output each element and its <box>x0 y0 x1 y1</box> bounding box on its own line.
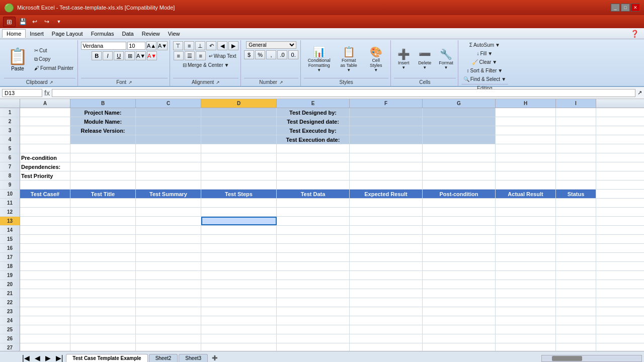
office-button[interactable]: ⊞ <box>3 17 16 27</box>
col-header-e[interactable]: E <box>277 99 350 108</box>
cell-e3[interactable]: Test Executed by: <box>277 126 350 135</box>
cell-f6[interactable] <box>350 153 423 162</box>
cell-c6[interactable] <box>136 153 201 162</box>
font-expand-icon[interactable]: ↗ <box>128 80 132 85</box>
cell-b19[interactable] <box>70 271 136 280</box>
cell-f11[interactable] <box>350 199 423 207</box>
tab-page-layout[interactable]: Page Layout <box>48 30 87 38</box>
currency-button[interactable]: $ <box>244 50 254 59</box>
text-direction-button[interactable]: ↶ <box>206 41 216 50</box>
cell-i14[interactable] <box>556 226 596 234</box>
sheet-nav-last[interactable]: ▶| <box>54 354 65 362</box>
cell-a22[interactable] <box>20 298 70 307</box>
cell-i12[interactable] <box>556 208 596 216</box>
font-color-button[interactable]: A▼ <box>147 51 157 60</box>
fill-button[interactable]: ↓ Fill ▼ <box>475 50 495 57</box>
cell-h2[interactable] <box>496 117 556 126</box>
cell-h5[interactable] <box>496 144 556 153</box>
cell-g12[interactable] <box>423 208 496 216</box>
cell-b11[interactable] <box>70 199 136 207</box>
cell-d6[interactable] <box>201 153 277 162</box>
cell-g17[interactable] <box>423 253 496 261</box>
cell-c13[interactable] <box>136 217 201 225</box>
col-header-i[interactable]: I <box>556 99 596 108</box>
delete-button[interactable]: ➖ Delete ▼ <box>415 47 434 71</box>
cell-i16[interactable] <box>556 244 596 252</box>
cell-h9[interactable] <box>496 180 556 189</box>
cell-c11[interactable] <box>136 199 201 207</box>
cell-a11[interactable] <box>20 199 70 207</box>
cell-b13[interactable] <box>70 217 136 225</box>
cell-h10[interactable]: Actual Result <box>496 190 556 198</box>
cell-d2[interactable] <box>201 117 277 126</box>
cell-b9[interactable] <box>70 180 136 189</box>
cell-h19[interactable] <box>496 271 556 280</box>
cell-f21[interactable] <box>350 289 423 298</box>
cell-d21[interactable] <box>201 289 277 298</box>
cell-e21[interactable] <box>277 289 350 298</box>
cell-b7[interactable] <box>70 162 136 171</box>
minimize-button[interactable]: _ <box>611 4 620 12</box>
cell-e4[interactable]: Test Execution date: <box>277 135 350 144</box>
customize-qa[interactable]: ▼ <box>54 17 64 27</box>
cell-f8[interactable] <box>350 171 423 180</box>
cell-e18[interactable] <box>277 262 350 270</box>
number-expand-icon[interactable]: ↗ <box>279 80 283 85</box>
cell-c16[interactable] <box>136 244 201 252</box>
cell-g2[interactable] <box>423 117 496 126</box>
cell-g9[interactable] <box>423 180 496 189</box>
cell-d17[interactable] <box>201 253 277 261</box>
cell-f14[interactable] <box>350 226 423 234</box>
cell-a4[interactable] <box>20 135 70 144</box>
tab-view[interactable]: View <box>164 30 184 38</box>
cell-i18[interactable] <box>556 262 596 270</box>
underline-button[interactable]: U <box>114 51 124 60</box>
font-size-input[interactable] <box>127 42 145 50</box>
cell-b15[interactable] <box>70 235 136 243</box>
cell-d18[interactable] <box>201 262 277 270</box>
cell-h6[interactable] <box>496 153 556 162</box>
sheet-nav-first[interactable]: |◀ <box>20 354 32 362</box>
conditional-formatting-button[interactable]: 📊 Conditional Formatting ▼ <box>304 44 334 74</box>
cell-e8[interactable] <box>277 171 350 180</box>
cell-g1[interactable] <box>423 108 496 117</box>
cell-g6[interactable] <box>423 153 496 162</box>
formula-input[interactable] <box>52 89 635 97</box>
bold-button[interactable]: B <box>92 51 102 60</box>
cell-f15[interactable] <box>350 235 423 243</box>
cell-f2[interactable] <box>350 117 423 126</box>
cell-d1[interactable] <box>201 108 277 117</box>
cell-d12[interactable] <box>201 208 277 216</box>
cell-b20[interactable] <box>70 280 136 289</box>
format-painter-button[interactable]: 🖌 Format Painter <box>32 64 75 72</box>
cell-a13[interactable] <box>20 217 70 225</box>
add-sheet-button[interactable]: ✚ <box>209 354 221 362</box>
sheet-nav-next[interactable]: ▶ <box>43 354 53 362</box>
cell-g4[interactable] <box>423 135 496 144</box>
cell-a6[interactable]: Pre-condition <box>20 153 70 162</box>
cell-f5[interactable] <box>350 144 423 153</box>
cell-styles-button[interactable]: 🎨 Cell Styles ▼ <box>363 44 388 74</box>
cell-h17[interactable] <box>496 253 556 261</box>
cell-i10[interactable]: Status <box>556 190 596 198</box>
cell-e2[interactable]: Test Designed date: <box>277 117 350 126</box>
cell-e14[interactable] <box>277 226 350 234</box>
cell-c19[interactable] <box>136 271 201 280</box>
cell-c20[interactable] <box>136 280 201 289</box>
cell-a17[interactable] <box>20 253 70 261</box>
cell-a20[interactable] <box>20 280 70 289</box>
cell-h18[interactable] <box>496 262 556 270</box>
cell-b8[interactable] <box>70 171 136 180</box>
tab-review[interactable]: Review <box>138 30 164 38</box>
find-select-button[interactable]: 🔍 Find & Select ▼ <box>461 75 508 83</box>
cell-c12[interactable] <box>136 208 201 216</box>
cell-g18[interactable] <box>423 262 496 270</box>
cell-b12[interactable] <box>70 208 136 216</box>
cell-d9[interactable] <box>201 180 277 189</box>
cell-e20[interactable] <box>277 280 350 289</box>
cell-i2[interactable] <box>556 117 596 126</box>
cell-h21[interactable] <box>496 289 556 298</box>
cell-h1[interactable] <box>496 108 556 117</box>
cell-c15[interactable] <box>136 235 201 243</box>
tab-data[interactable]: Data <box>118 30 137 38</box>
